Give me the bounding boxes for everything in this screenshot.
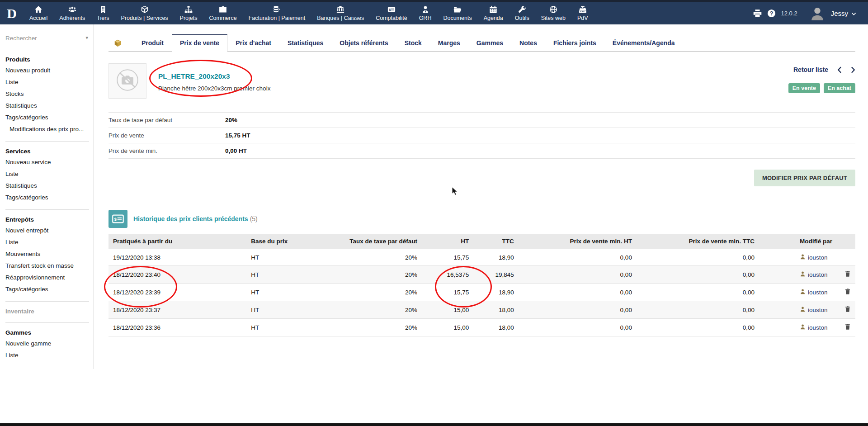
no-photo-icon <box>116 68 139 94</box>
help-icon[interactable]: ? <box>767 9 776 18</box>
column-header-base: Base du prix <box>246 234 345 249</box>
tab-stock[interactable]: Stock <box>396 35 430 52</box>
tab-evenements-agenda[interactable]: Événements/Agenda <box>604 35 683 52</box>
topbar-item-label: Commerce <box>209 15 237 21</box>
briefcase-icon <box>219 5 227 14</box>
sidebar-item[interactable]: Liste <box>5 76 89 88</box>
sidebar-section-title[interactable]: Produits <box>5 54 89 65</box>
sidebar-search: ▾ <box>5 33 89 45</box>
sidebar-item[interactable]: Liste <box>5 350 89 361</box>
search-dropdown-caret-icon[interactable]: ▾ <box>85 35 88 41</box>
product-ref[interactable]: PL_HETRE_200x20x3 <box>158 72 270 80</box>
dolibarr-logo[interactable]: D <box>0 6 24 21</box>
topbar-item-grh[interactable]: GRH <box>413 2 438 24</box>
topbar-item-documents[interactable]: Documents <box>437 2 477 24</box>
user-link[interactable]: iouston <box>808 254 828 261</box>
user-link[interactable]: iouston <box>808 289 828 296</box>
sidebar-section-title[interactable]: Services <box>5 146 89 156</box>
topbar-item-banques-caisses[interactable]: Banques | Caisses <box>311 2 370 24</box>
wrench-icon <box>518 5 526 14</box>
tab-prix-de-vente[interactable]: Prix de vente <box>172 34 227 52</box>
tab-fichiers-joints[interactable]: Fichiers joints <box>545 35 604 52</box>
previous-record-icon[interactable] <box>837 66 842 73</box>
cell-min_ttc: 0,00 <box>637 319 759 336</box>
cell-ht: 15,00 <box>422 301 473 319</box>
topbar-item-label: Adhérents <box>59 15 85 21</box>
sidebar-section-title[interactable]: Entrepôts <box>5 214 89 225</box>
trash-icon[interactable] <box>844 288 851 295</box>
avatar[interactable] <box>809 5 826 22</box>
topbar-item-label: Documents <box>443 15 472 21</box>
price-fields: Taux de taxe par défaut20%Prix de vente1… <box>108 112 855 159</box>
sidebar-item[interactable]: Liste <box>5 237 89 248</box>
topbar-item-tiers[interactable]: Tiers <box>91 2 115 24</box>
tab-notes[interactable]: Notes <box>511 35 545 52</box>
next-record-icon[interactable] <box>851 66 855 73</box>
tab-gammes[interactable]: Gammes <box>468 35 511 52</box>
sidebar-item[interactable]: Statistiques <box>5 180 89 192</box>
topbar-item-produits-services[interactable]: Produits | Services <box>115 2 174 24</box>
sidebar-item[interactable]: Nouveau produit <box>5 65 89 76</box>
cell-date: 18/12/2020 23:36 <box>108 319 246 336</box>
cell-tax: 20% <box>345 319 422 336</box>
user-menu[interactable]: Jessy <box>831 9 856 17</box>
sidebar-item[interactable]: Tags/catégories <box>5 112 89 123</box>
cell-tax: 20% <box>345 284 422 301</box>
trash-icon[interactable] <box>844 270 851 277</box>
user-icon <box>800 306 806 313</box>
user-link[interactable]: iouston <box>808 324 828 331</box>
history-header: $ Historique des prix clients précédents… <box>108 210 855 228</box>
user-link[interactable]: iouston <box>808 271 828 278</box>
topbar-item-outils[interactable]: Outils <box>509 2 535 24</box>
topbar-item-label: Accueil <box>29 15 47 21</box>
cash-register-icon <box>579 5 587 14</box>
column-header-ht: HT <box>422 234 473 249</box>
sidebar-item[interactable]: Nouveau service <box>5 156 89 168</box>
topbar-item-projets[interactable]: Projets <box>174 2 203 24</box>
cell-min_ttc: 0,00 <box>637 301 759 319</box>
sidebar-item[interactable]: Tags/catégories <box>5 284 89 295</box>
cell-ttc: 18,00 <box>473 319 518 336</box>
product-photo-placeholder[interactable] <box>108 63 146 99</box>
modify-default-price-button[interactable]: MODIFIER PRIX PAR DÉFAUT <box>754 170 855 186</box>
tab-objets-referents[interactable]: Objets référents <box>331 35 396 52</box>
topbar-item-agenda[interactable]: Agenda <box>478 2 509 24</box>
topbar-item-pdv[interactable]: PdV <box>571 2 594 24</box>
sidebar-item[interactable]: Liste <box>5 168 89 180</box>
field-label: Taux de taxe par défaut <box>108 117 225 123</box>
trash-icon[interactable] <box>844 306 851 312</box>
cell-actions <box>838 319 855 336</box>
tab-statistiques[interactable]: Statistiques <box>279 35 331 52</box>
cell-date: 19/12/2020 13:38 <box>108 249 246 266</box>
sidebar-item[interactable]: Transfert stock en masse <box>5 260 89 272</box>
back-to-list-link[interactable]: Retour liste <box>793 66 828 73</box>
column-header-tax: Taux de taxe par défaut <box>345 234 422 249</box>
tab-produit[interactable]: Produit <box>133 35 172 52</box>
user-link[interactable]: iouston <box>808 307 828 313</box>
sidebar-item[interactable]: Tags/catégories <box>5 192 89 204</box>
search-input[interactable] <box>5 33 89 45</box>
topbar-item-facturation-paiement[interactable]: Facturation | Paiement <box>243 2 311 24</box>
topbar-item-adherents[interactable]: Adhérents <box>53 2 91 24</box>
sidebar-section-title[interactable]: Gammes <box>5 327 89 338</box>
topbar-item-comptabilite[interactable]: $Comptabilité <box>370 2 413 24</box>
topbar-right-tools: ? 12.0.2 Jessy <box>753 5 868 22</box>
tab-prix-d-achat[interactable]: Prix d'achat <box>227 35 279 52</box>
sidebar-item[interactable]: Stocks <box>5 88 89 100</box>
sidebar-item[interactable]: Statistiques <box>5 100 89 112</box>
sidebar-item[interactable]: Nouvelle gamme <box>5 338 89 350</box>
sidebar-item[interactable]: Mouvements <box>5 248 89 260</box>
print-icon[interactable] <box>753 9 762 18</box>
column-header-min_ht: Prix de vente min. HT <box>519 234 637 249</box>
tab-marges[interactable]: Marges <box>430 35 468 52</box>
trash-icon[interactable] <box>844 323 851 330</box>
topbar-item-label: PdV <box>577 15 588 21</box>
sidebar-item[interactable]: Nouvel entrepôt <box>5 225 89 237</box>
sidebar-item[interactable]: Réapprovisionnement <box>5 272 89 284</box>
topbar-item-accueil[interactable]: Accueil <box>24 2 53 24</box>
svg-text:$: $ <box>389 8 391 12</box>
sidebar-item[interactable]: Modifications des prix pro... <box>5 123 89 135</box>
topbar-item-sites-web[interactable]: Sites web <box>535 2 571 24</box>
cell-user: iouston <box>759 284 838 301</box>
topbar-item-commerce[interactable]: Commerce <box>203 2 243 24</box>
